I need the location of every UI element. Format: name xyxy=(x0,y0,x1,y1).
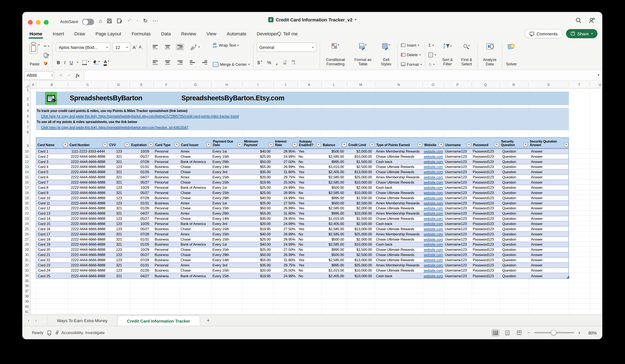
cell[interactable]: Username123 xyxy=(444,273,472,279)
cell[interactable]: Personal xyxy=(154,180,180,185)
row-header-8[interactable]: 8 xyxy=(22,130,30,134)
cell[interactable]: 07/28 xyxy=(130,258,154,262)
cell[interactable]: Amex xyxy=(180,149,212,154)
row-header-6[interactable]: 6 xyxy=(22,119,30,125)
column-header-M[interactable]: M xyxy=(347,81,375,88)
cell[interactable]: Card 14 xyxy=(36,216,68,221)
row-header-21[interactable]: 21 xyxy=(22,205,30,211)
column-header-T[interactable]: T xyxy=(569,81,589,88)
conditional-formatting-button[interactable]: ▾ Conditional Formatting xyxy=(323,43,348,67)
cell[interactable]: 29.75% xyxy=(274,263,298,268)
cell[interactable]: $25.00 xyxy=(243,247,274,252)
cell[interactable]: Yes xyxy=(298,170,322,174)
cell[interactable]: Username123 xyxy=(444,191,472,195)
cell[interactable]: $500.00 xyxy=(322,149,347,154)
cell[interactable]: $2,585.00 xyxy=(322,206,347,211)
website-link[interactable]: website.com xyxy=(424,154,443,158)
cell[interactable]: Password123 xyxy=(472,222,500,226)
cell[interactable]: Card 20 xyxy=(36,247,68,252)
cell[interactable]: Answer xyxy=(529,232,569,237)
wrap-text-button[interactable]: abc↩Wrap Text▾ xyxy=(213,43,250,48)
column-header-J[interactable]: J xyxy=(274,81,298,88)
cell[interactable]: Personal xyxy=(154,159,180,164)
cell[interactable]: website.com xyxy=(423,180,444,185)
cell[interactable]: Bank of America xyxy=(180,185,212,190)
cell[interactable]: Bank of America xyxy=(180,273,212,279)
cell[interactable]: Business xyxy=(154,165,180,169)
cell[interactable]: Answer xyxy=(529,159,569,164)
cell[interactable]: Chase xyxy=(180,196,212,200)
cell[interactable]: $10,000.00 xyxy=(347,180,375,185)
cell[interactable]: Answer xyxy=(529,149,569,154)
cell[interactable]: 27.50% xyxy=(274,247,298,252)
cell[interactable]: 01/31 xyxy=(130,263,154,268)
cell[interactable]: $50.00 xyxy=(243,159,274,164)
row-header-33[interactable]: 33 xyxy=(22,268,30,273)
cell[interactable]: $2,500.00 xyxy=(347,222,375,226)
cell[interactable]: Password123 xyxy=(472,180,500,185)
copy-button[interactable]: ▾ xyxy=(44,52,49,57)
cell[interactable]: $2,585.00 xyxy=(322,154,347,159)
cell[interactable]: $2,585.00 xyxy=(322,232,347,237)
cell[interactable]: 01/31 xyxy=(130,237,154,242)
cell[interactable]: Every 15th xyxy=(212,273,243,279)
cell[interactable]: Personal xyxy=(154,206,180,211)
column-header-Q[interactable]: Q xyxy=(471,81,499,88)
cell[interactable]: Username123 xyxy=(444,263,472,268)
cell[interactable]: Card 19 xyxy=(36,242,68,247)
cell[interactable]: Username123 xyxy=(444,154,472,159)
cell[interactable]: 24.99% xyxy=(274,154,298,159)
formula-bar-expand-icon[interactable]: ▼ xyxy=(597,74,600,76)
cell[interactable]: $35.00 xyxy=(243,216,274,221)
cell[interactable]: Chase Ultimate Rewards xyxy=(375,216,423,221)
cell[interactable]: Answer xyxy=(529,222,569,226)
table-header-password[interactable]: Password▼ xyxy=(472,138,500,148)
cell[interactable]: Username123 xyxy=(444,242,472,247)
cell[interactable]: Cash back xyxy=(375,159,423,164)
tab-home[interactable]: Home xyxy=(30,30,42,38)
column-header-U[interactable]: U xyxy=(590,81,602,88)
cell[interactable]: 1111-2222-3333-4444 xyxy=(68,149,108,154)
cell[interactable]: 10/29 xyxy=(130,185,154,190)
zoom-level[interactable]: 80% xyxy=(585,330,597,335)
cell[interactable]: Username123 xyxy=(444,211,472,216)
cell[interactable]: Every 15th xyxy=(212,175,243,180)
cell[interactable]: 24.99% xyxy=(274,273,298,279)
cell[interactable]: $35.00 xyxy=(243,263,274,268)
comma-format-button[interactable]: , xyxy=(276,59,278,66)
cell[interactable]: No xyxy=(298,247,322,252)
cell[interactable]: Chase Ultimate Rewards xyxy=(375,237,423,242)
cell[interactable]: $25.00 xyxy=(243,201,274,205)
cell[interactable]: Question xyxy=(500,159,529,164)
cell[interactable]: Card 4 xyxy=(36,165,68,169)
cell[interactable]: Answer xyxy=(529,258,569,262)
cell[interactable]: 31.80% xyxy=(274,170,298,174)
table-header-card-issuer[interactable]: Card Issuer▼ xyxy=(180,138,212,148)
website-link[interactable]: website.com xyxy=(424,232,443,236)
cell[interactable]: $55.00 xyxy=(243,211,274,216)
cell[interactable]: 27.50% xyxy=(274,227,298,231)
cell[interactable]: $10,000.00 xyxy=(347,211,375,216)
cell[interactable]: Every 1st xyxy=(212,149,243,154)
cell[interactable]: Question xyxy=(500,165,529,169)
find-select-button[interactable]: ▾ Find & Select xyxy=(459,43,474,67)
cell[interactable]: 2222-4444-6666-8888 xyxy=(68,237,108,242)
cell[interactable]: Chase xyxy=(180,237,212,242)
cell[interactable]: Question xyxy=(500,268,529,273)
cell[interactable]: Chase xyxy=(180,216,212,221)
cell-styles-button[interactable]: ▾ Cell Styles xyxy=(378,43,394,67)
cell[interactable]: $10,000.00 xyxy=(347,154,375,159)
cell[interactable]: Every 29th xyxy=(212,252,243,257)
cell[interactable]: Business xyxy=(154,196,180,200)
website-link[interactable]: website.com xyxy=(424,196,443,200)
row-header-2[interactable]: 2 xyxy=(22,96,30,102)
cell[interactable]: Username123 xyxy=(444,247,472,252)
cell[interactable]: Business xyxy=(154,227,180,231)
cell[interactable]: Username123 xyxy=(444,222,472,226)
cell[interactable]: Password123 xyxy=(472,227,500,231)
cell[interactable]: Password123 xyxy=(472,175,500,180)
cell[interactable]: Every 29th xyxy=(212,211,243,216)
decrease-decimal-button[interactable]: .00→0 xyxy=(291,60,295,65)
cell[interactable]: 26.99% xyxy=(274,206,298,211)
cell[interactable]: Every 14th xyxy=(212,165,243,169)
